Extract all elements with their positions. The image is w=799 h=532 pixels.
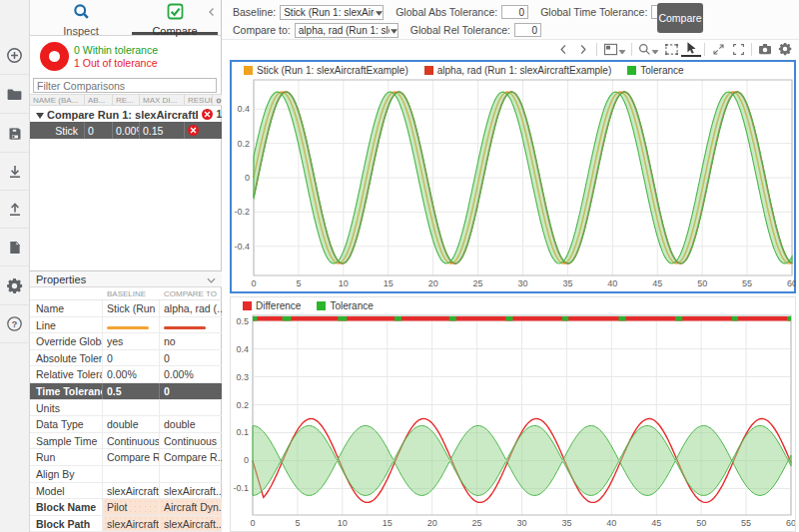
property-value-baseline (103, 400, 160, 416)
legend-swatch-icon (424, 66, 433, 75)
compare-check-icon (167, 3, 184, 24)
property-row-units[interactable]: Units (30, 400, 222, 417)
signals-chart-tile[interactable]: Stick (Run 1: slexAircraftExample)alpha,… (230, 60, 796, 293)
property-label: Absolute Tolerance (30, 350, 103, 366)
baseline-dropdown-value: Stick (Run 1: slexAircraftExample (284, 7, 375, 18)
properties-header[interactable]: Properties (30, 271, 222, 287)
forward-arrow-icon[interactable] (573, 41, 593, 57)
column-result[interactable]: RESULT (185, 95, 213, 105)
expand-triangle-icon[interactable] (36, 109, 44, 121)
comparison-signal-row[interactable]: Stick 0 0.00% 0.15 (30, 122, 222, 139)
property-row-block-path[interactable]: Block PathslexAircraft...slexAircraft... (30, 516, 222, 532)
y-tick-label: -0.1 (233, 483, 249, 493)
bottom-chart-canvas[interactable]: 0510152025303540455055600.50.40.30.20.10… (231, 313, 795, 531)
tab-compare[interactable]: Compare (132, 0, 218, 35)
property-row-absolute-tolerance[interactable]: Absolute Tolerance00 (30, 350, 222, 367)
property-row-override-global-t[interactable]: Override Global T...yesno (30, 333, 222, 350)
folder-open-icon[interactable] (0, 76, 29, 114)
difference-chart[interactable]: 0510152025303540455055600.50.40.30.20.10… (231, 313, 795, 532)
y-tick-label: 0.1 (236, 427, 249, 437)
fail-badge-icon (188, 125, 199, 136)
property-row-time-tolerance[interactable]: Time Tolerance0.50 (30, 383, 222, 400)
tab-inspect[interactable]: Inspect (38, 0, 124, 35)
legend-label: Stick (Run 1: slexAircraftExample) (257, 65, 408, 76)
column-name[interactable]: NAME (BA... (30, 95, 85, 105)
column-rel[interactable]: RE... (113, 95, 140, 105)
pass-segment (395, 316, 401, 321)
property-value-baseline (103, 317, 160, 333)
export-icon[interactable] (0, 191, 29, 229)
zoom-icon[interactable] (635, 41, 661, 57)
chevron-down-icon[interactable] (207, 273, 216, 285)
compare-to-dropdown[interactable]: alpha, rad (Run 1: slexAircraftExa (295, 23, 399, 38)
property-value-compare: 0 (160, 383, 222, 399)
tolerance-summary: 0 Within tolerance 1 Out of tolerance (30, 36, 221, 77)
signals-chart[interactable]: 0510152025303540455055600.40.20-0.2-0.4 (232, 78, 794, 295)
report-icon[interactable] (0, 229, 29, 266)
property-row-relative-tolerance[interactable]: Relative Tolerance0.00%0.00% (30, 366, 222, 383)
signal-max-diff: 0.15 (140, 122, 185, 139)
property-value-compare: 0.00% (160, 366, 222, 382)
difference-chart-tile[interactable]: DifferenceTolerance 05101520253035404550… (230, 296, 796, 532)
x-tick-label: 0 (251, 278, 256, 288)
import-icon[interactable] (0, 153, 29, 191)
fit-to-view-icon[interactable] (661, 41, 681, 57)
x-tick-label: 0 (250, 518, 255, 528)
x-tick-label: 10 (339, 278, 349, 288)
property-row-block-name[interactable]: Block NamePilotAircraft Dyn... (30, 499, 222, 516)
property-row-sample-time[interactable]: Sample TimeContinuousContinuous (30, 433, 222, 450)
new-icon[interactable] (0, 37, 29, 75)
pass-fail-bar (253, 316, 791, 321)
property-row-data-type[interactable]: Data Typedoubledouble (30, 416, 222, 433)
column-settings-gear-icon[interactable] (213, 95, 222, 105)
within-tolerance-count: 0 Within tolerance (74, 44, 158, 56)
pass-segment (505, 316, 512, 321)
legend-item-stick-run-1-slexaircraftexample: Stick (Run 1: slexAircraftExample) (244, 65, 408, 76)
x-tick-label: 30 (517, 278, 527, 288)
property-value-baseline: 0.00% (103, 366, 160, 382)
comparison-group-row[interactable]: Compare Run 1: slexAircraftExa... 1 (30, 107, 222, 122)
save-icon[interactable] (0, 115, 29, 153)
property-row-align-by[interactable]: Align By (30, 466, 222, 483)
svg-text:?: ? (12, 319, 18, 329)
legend-label: Tolerance (640, 65, 683, 76)
fullscreen-icon[interactable] (728, 41, 748, 57)
top-chart-canvas[interactable]: 0510152025303540455055600.40.20-0.2-0.4 (232, 78, 796, 291)
pass-segment (283, 316, 292, 321)
properties-column-headers: BASELINE COMPARE TO (30, 287, 222, 300)
subplot-layout-icon[interactable] (600, 41, 628, 57)
legend-label: alpha, rad (Run 1: slexAircraftExample) (437, 65, 612, 76)
collapse-panel-icon[interactable] (207, 3, 219, 15)
property-row-name[interactable]: NameStick (Run ...alpha, rad (... (30, 300, 222, 317)
column-abs[interactable]: AB... (85, 95, 113, 105)
global-abs-tolerance-input[interactable] (501, 5, 528, 19)
pointer-cursor-icon[interactable] (681, 41, 701, 57)
preferences-gear-icon[interactable] (0, 267, 29, 305)
y-tick-label: 0.4 (237, 104, 250, 114)
plot-toolbar (222, 40, 799, 58)
property-value-compare: slexAircraft... (160, 483, 222, 499)
property-value-compare: slexAircraft... (160, 516, 222, 532)
baseline-dropdown[interactable]: Stick (Run 1: slexAircraftExample (280, 5, 384, 20)
signal-abs: 0 (85, 122, 113, 139)
x-tick-label: 45 (652, 278, 662, 288)
filter-comparisons-input[interactable] (33, 78, 217, 93)
column-max-diff[interactable]: MAX DI... (140, 95, 185, 105)
caret-down-icon (376, 7, 383, 18)
compare-button[interactable]: Compare (657, 3, 703, 33)
property-row-model[interactable]: ModelslexAircraft...slexAircraft... (30, 483, 222, 500)
property-label: Model (30, 483, 103, 499)
expand-axes-icon[interactable] (708, 41, 728, 57)
property-row-run[interactable]: RunCompare R...Compare R... (30, 449, 222, 466)
property-label: Time Tolerance (30, 383, 103, 399)
back-arrow-icon[interactable] (553, 41, 573, 57)
caret-down-icon (391, 25, 398, 36)
property-row-line[interactable]: Line (30, 317, 222, 334)
snapshot-camera-icon[interactable] (755, 41, 775, 57)
plot-settings-gear-icon[interactable] (775, 41, 795, 57)
tolerance-donut (40, 42, 69, 71)
property-value-compare: Continuous (160, 433, 222, 449)
x-tick-label: 25 (473, 278, 483, 288)
global-rel-tolerance-input[interactable] (514, 23, 541, 37)
help-icon[interactable]: ? (0, 305, 29, 343)
